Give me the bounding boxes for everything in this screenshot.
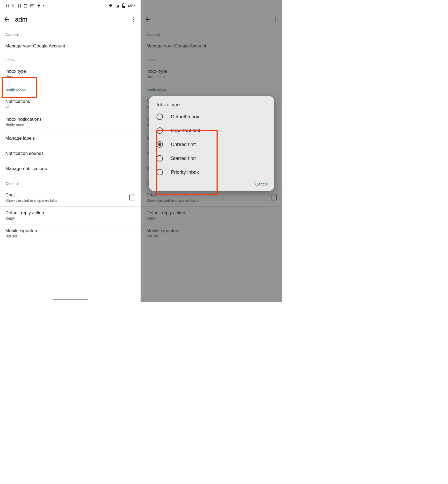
status-left: 11:01 • [5, 4, 45, 8]
row-label: Notifications [5, 99, 30, 104]
gesture-bar [53, 299, 88, 300]
row-label: Inbox type [5, 69, 26, 74]
row-label: Chat [5, 192, 57, 198]
radio-icon [157, 169, 163, 175]
radio-option[interactable]: Default Inbox [149, 110, 274, 124]
settings-list: Account Manage your Google Account Inbox… [0, 27, 141, 242]
status-right: 45% [109, 4, 135, 8]
radio-option[interactable]: Priority Inbox [149, 165, 274, 179]
location-icon [37, 4, 41, 8]
row-label: Default reply action [5, 210, 44, 216]
status-bar: 11:01 • 45% [0, 0, 141, 12]
back-button[interactable] [4, 16, 10, 23]
overflow-dot-icon: • [43, 4, 45, 8]
slack-icon [17, 4, 22, 8]
wifi-icon [109, 4, 113, 8]
radio-option[interactable]: Starred first [149, 151, 274, 165]
radio-icon [157, 155, 163, 162]
dialog-actions: Cancel [149, 179, 274, 188]
section-header-account: Account [0, 27, 141, 39]
battery-percent: 45% [128, 4, 135, 8]
dialog-title: Inbox type [149, 102, 274, 110]
row-notifications[interactable]: Notifications All [0, 95, 141, 113]
row-label: Manage your Google Account [5, 43, 65, 49]
notification-icon [24, 4, 28, 8]
row-sublabel: Reply [5, 216, 44, 220]
row-sublabel: Show the chat and spaces tabs [5, 198, 57, 203]
row-notification-sounds[interactable]: Notification sounds [0, 146, 141, 161]
row-manage-notifications[interactable]: Manage notifications [0, 161, 141, 176]
radio-list: Default InboxImportant firstUnread first… [149, 110, 274, 179]
signal-icon [115, 4, 120, 8]
row-default-reply[interactable]: Default reply action Reply [0, 206, 141, 224]
row-label: Manage notifications [5, 165, 47, 172]
gmail-icon [30, 4, 34, 8]
row-label: Notification sounds [5, 150, 44, 157]
radio-icon [157, 114, 163, 120]
chat-checkbox[interactable] [129, 195, 135, 200]
inbox-type-dialog: Inbox type Default InboxImportant firstU… [149, 96, 274, 191]
row-label: Manage labels [5, 135, 35, 142]
row-inbox-notifications[interactable]: Inbox notifications Notify once [0, 113, 141, 131]
app-bar: adm [0, 12, 141, 27]
section-header-notifications: Notifications [0, 83, 141, 95]
phone-screenshot-left: 11:01 • 45% adm Account Manage your Goo [0, 0, 141, 302]
radio-option[interactable]: Important first [149, 124, 274, 138]
status-time: 11:01 [5, 4, 15, 8]
battery-icon [122, 4, 125, 8]
svg-point-0 [38, 5, 40, 7]
section-header-general: General [0, 176, 141, 188]
radio-icon [157, 141, 163, 148]
row-sublabel: All [5, 105, 30, 109]
row-sublabel: Not set [5, 234, 39, 238]
row-sublabel: Notify once [5, 123, 42, 127]
row-chat[interactable]: Chat Show the chat and spaces tabs [0, 188, 141, 206]
radio-icon [157, 127, 163, 134]
radio-label: Starred first [171, 156, 196, 161]
more-menu-button[interactable] [130, 16, 137, 23]
row-label: Inbox notifications [5, 117, 42, 122]
row-inbox-type[interactable]: Inbox type Unread first [0, 65, 141, 83]
radio-option[interactable]: Unread first [149, 138, 274, 151]
cancel-button[interactable]: Cancel [255, 182, 268, 186]
radio-label: Default Inbox [171, 114, 199, 120]
row-sublabel: Unread first [5, 75, 26, 79]
page-title: adm [15, 16, 126, 23]
row-manage-account[interactable]: Manage your Google Account [0, 39, 141, 53]
row-mobile-signature[interactable]: Mobile signature Not set [0, 224, 141, 242]
status-notif-icons: • [17, 4, 45, 8]
radio-label: Priority Inbox [171, 170, 199, 175]
row-manage-labels[interactable]: Manage labels [0, 131, 141, 146]
section-header-inbox: Inbox [0, 53, 141, 65]
row-label: Mobile signature [5, 228, 39, 233]
radio-label: Important first [171, 128, 200, 134]
radio-label: Unread first [171, 142, 196, 147]
phone-screenshot-right: 11:01 • 45% [141, 0, 282, 302]
